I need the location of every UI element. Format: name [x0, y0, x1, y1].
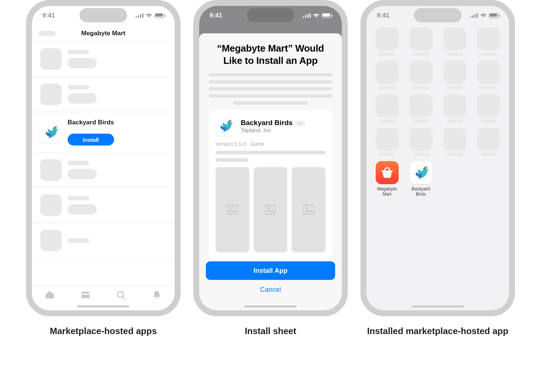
action-placeholder[interactable]: [68, 58, 97, 68]
tab-browse[interactable]: [80, 290, 91, 301]
tab-search[interactable]: [116, 290, 126, 301]
age-rating-badge: 12+: [297, 121, 305, 125]
list-item-featured[interactable]: Backyard Birds Install: [32, 112, 175, 153]
app-placeholder[interactable]: [407, 94, 435, 122]
app-icon-placeholder: [40, 195, 62, 216]
dynamic-island: [414, 8, 461, 22]
screenshots-row[interactable]: [216, 167, 325, 252]
screenshot-placeholder[interactable]: [216, 167, 249, 252]
caption: Install sheet: [245, 325, 297, 337]
app-placeholder[interactable]: [474, 128, 502, 156]
basket-icon: [376, 161, 399, 184]
battery-icon: [322, 13, 331, 18]
tab-home[interactable]: [45, 290, 55, 301]
battery-icon: [155, 13, 164, 18]
backyard-birds-icon: [40, 121, 62, 143]
wifi-icon: [480, 13, 487, 18]
caption: Installed marketplace-hosted app: [367, 325, 508, 337]
app-card: Backyard Birds 12+ Tapland, Inc Version …: [209, 110, 332, 259]
backyard-birds-icon: [216, 116, 236, 136]
app-placeholder[interactable]: [441, 128, 469, 156]
text-placeholder: [68, 161, 89, 165]
home-indicator[interactable]: [412, 306, 464, 307]
action-placeholder[interactable]: [68, 169, 97, 179]
svg-rect-4: [81, 292, 90, 294]
back-button[interactable]: [39, 31, 56, 36]
text-placeholder: [68, 196, 89, 200]
status-time: 9:41: [377, 12, 389, 19]
list-item[interactable]: [32, 188, 175, 223]
screenshot-placeholder[interactable]: [254, 167, 288, 252]
sheet-title: “Megabyte Mart” Would Like to Install an…: [213, 42, 328, 66]
phone-home-screen: 9:41: [360, 0, 515, 316]
app-icon-placeholder: [40, 48, 62, 70]
text-placeholder: [216, 158, 249, 162]
status-indicators: [303, 13, 332, 18]
developer-name: Tapland, Inc: [241, 127, 305, 133]
phone-install-sheet: 9:41 “Megabyte Mart” Would Like to Insta…: [193, 0, 348, 316]
list-item[interactable]: [32, 153, 175, 188]
app-placeholder[interactable]: [407, 61, 435, 89]
app-icon-placeholder: [40, 159, 62, 181]
battery-icon: [489, 13, 499, 18]
nav-bar: Megabyte Mart: [32, 25, 175, 42]
app-placeholder[interactable]: [407, 27, 435, 56]
app-placeholder[interactable]: [441, 94, 469, 122]
phone-marketplace: 9:41 Megabyte Mart: [26, 0, 181, 316]
app-backyard-birds[interactable]: Backyard Birds: [407, 161, 435, 197]
home-screen[interactable]: Megabyte Mart Backyard Birds: [366, 25, 509, 197]
wifi-icon: [146, 13, 152, 18]
text-placeholder: [68, 85, 89, 89]
status-indicators: [470, 13, 499, 18]
app-placeholder[interactable]: [373, 128, 401, 156]
wifi-icon: [313, 13, 320, 18]
text-placeholder: [68, 238, 89, 243]
text-placeholder: [68, 50, 89, 54]
app-placeholder[interactable]: [373, 94, 401, 122]
action-placeholder[interactable]: [68, 93, 97, 104]
action-placeholder[interactable]: [68, 204, 97, 215]
text-placeholder: [216, 151, 325, 154]
svg-rect-5: [81, 295, 90, 298]
app-placeholder[interactable]: [441, 61, 469, 89]
screenshot-placeholder[interactable]: [292, 167, 325, 252]
app-placeholder[interactable]: [474, 27, 502, 56]
list-item[interactable]: [32, 223, 175, 258]
cellular-icon: [303, 13, 311, 18]
install-button[interactable]: Install: [68, 134, 114, 146]
app-label: Megabyte Mart: [373, 186, 401, 197]
install-sheet: “Megabyte Mart” Would Like to Install an…: [199, 33, 342, 310]
dynamic-island: [247, 8, 294, 22]
nav-title: Megabyte Mart: [81, 30, 125, 37]
list-item[interactable]: [32, 42, 175, 77]
install-app-button[interactable]: Install App: [206, 261, 335, 280]
app-megabyte-mart[interactable]: Megabyte Mart: [373, 161, 401, 197]
home-indicator[interactable]: [77, 306, 129, 307]
app-label: Backyard Birds: [407, 186, 435, 197]
app-name: Backyard Birds: [241, 119, 292, 127]
list-item[interactable]: [32, 77, 175, 112]
description-placeholder: [209, 73, 332, 105]
cancel-button[interactable]: Cancel: [206, 281, 335, 298]
app-placeholder[interactable]: [373, 27, 401, 56]
home-indicator[interactable]: [244, 306, 297, 307]
bird-icon: [409, 161, 433, 184]
app-icon-placeholder: [40, 84, 62, 105]
tab-notifications[interactable]: [152, 290, 162, 301]
caption: Marketplace-hosted apps: [50, 325, 157, 337]
status-indicators: [136, 13, 165, 18]
app-list[interactable]: Backyard Birds Install: [32, 42, 175, 258]
cellular-icon: [470, 13, 478, 18]
cellular-icon: [136, 13, 144, 18]
status-time: 9:41: [42, 12, 55, 19]
app-placeholder[interactable]: [373, 61, 401, 89]
app-placeholder[interactable]: [441, 27, 469, 56]
app-meta: Version 5.5.0 · Game: [216, 141, 325, 147]
dynamic-island: [80, 8, 127, 22]
app-placeholder[interactable]: [407, 128, 435, 156]
app-name: Backyard Birds: [68, 119, 114, 126]
app-placeholder[interactable]: [474, 94, 502, 122]
app-placeholder[interactable]: [474, 61, 502, 89]
status-time: 9:41: [210, 12, 222, 19]
app-icon-placeholder: [40, 230, 62, 251]
